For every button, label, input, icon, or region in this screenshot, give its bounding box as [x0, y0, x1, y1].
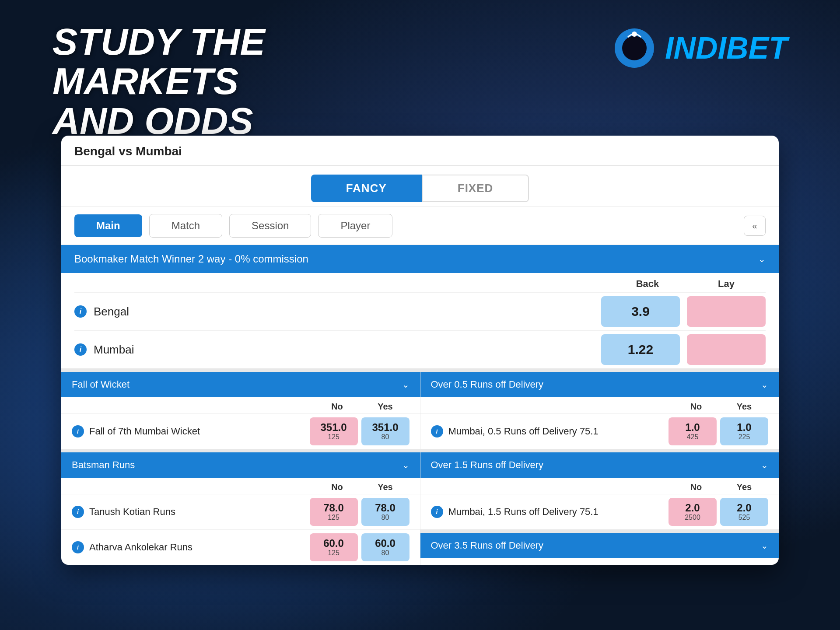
svg-point-2 [632, 32, 637, 37]
o15-yes-main-1: 2.0 [737, 502, 751, 514]
subtab-match-button[interactable]: Match [149, 214, 222, 238]
fall-of-wicket-chevron: ⌄ [402, 379, 410, 390]
batsman-runs-col-headers: No Yes [61, 478, 420, 494]
o15-no-label: No [672, 482, 720, 492]
info-icon-bengal: i [74, 305, 87, 318]
over05-label: Over 0.5 Runs off Delivery [431, 379, 544, 390]
br-yes-sub-2: 80 [382, 549, 389, 557]
br-info-icon-1: i [72, 506, 84, 518]
over15-col-headers: No Yes [420, 478, 779, 494]
lay-label: Lay [687, 278, 766, 290]
subtab-main-button[interactable]: Main [74, 214, 142, 237]
over05-col-headers: No Yes [420, 397, 779, 413]
mumbai-name: Mumbai [94, 343, 601, 357]
card-header: Bengal vs Mumbai [61, 136, 779, 166]
tab-fancy-button[interactable]: FANCY [311, 175, 422, 202]
o05-yes-button-1[interactable]: 1.0 225 [720, 417, 768, 445]
logo-text: INDIBET [665, 31, 788, 66]
br-no-button-2[interactable]: 60.0 125 [310, 533, 358, 561]
bengal-back-button[interactable]: 3.9 [601, 296, 680, 327]
o05-yes-main-1: 1.0 [737, 422, 751, 433]
over15-header[interactable]: Over 1.5 Runs off Delivery ⌄ [420, 452, 779, 478]
over15-label: Over 1.5 Runs off Delivery [431, 459, 544, 471]
batsman-runs-label: Batsman Runs [72, 459, 135, 471]
o15-no-button-1[interactable]: 2.0 2500 [668, 498, 717, 526]
main-card: Bengal vs Mumbai FANCY FIXED Main Match … [61, 136, 779, 565]
o15-no-sub-1: 2500 [685, 514, 700, 522]
fow-info-icon: i [72, 425, 84, 438]
over05-chevron: ⌄ [761, 379, 768, 390]
fall-of-wicket-header[interactable]: Fall of Wicket ⌄ [61, 372, 420, 397]
over35-label: Over 3.5 Runs off Delivery [431, 540, 544, 551]
svg-point-1 [622, 36, 647, 60]
headline: STUDY THE MARKETS AND ODDS [52, 22, 315, 140]
back-label: Back [608, 278, 687, 290]
tab-fixed-button[interactable]: FIXED [422, 175, 529, 202]
bookmaker-chevron: ⌄ [758, 254, 766, 264]
header: STUDY THE MARKETS AND ODDS INDIBET [0, 0, 840, 140]
bengal-lay-button[interactable] [687, 296, 766, 327]
bottom-sections: Fall of Wicket ⌄ No Yes i Fall of 7th Mu… [61, 368, 779, 565]
br-yes-sub-1: 80 [382, 514, 389, 522]
br-info-icon-2: i [72, 541, 84, 553]
br-yes-button-2[interactable]: 60.0 80 [361, 533, 410, 561]
over15-chevron: ⌄ [761, 460, 768, 470]
subtab-player-button[interactable]: Player [318, 214, 392, 238]
o05-no-main-1: 1.0 [685, 422, 700, 433]
bengal-name: Bengal [94, 305, 601, 318]
bookmaker-section-header[interactable]: Bookmaker Match Winner 2 way - 0% commis… [61, 245, 779, 273]
o15-info-icon: i [431, 506, 443, 518]
match-title: Bengal vs Mumbai [74, 144, 182, 158]
br-no-main-2: 60.0 [323, 538, 344, 549]
br-yes-main-1: 78.0 [375, 502, 396, 514]
br-no-button-1[interactable]: 78.0 125 [310, 498, 358, 526]
br-row-1-name: Tanush Kotian Runs [89, 506, 310, 518]
bottom-col-left: Fall of Wicket ⌄ No Yes i Fall of 7th Mu… [61, 368, 420, 565]
subtab-session-button[interactable]: Session [229, 214, 311, 238]
over35-chevron: ⌄ [761, 540, 768, 551]
o15-row-1: i Mumbai, 1.5 Runs off Delivery 75.1 2.0… [420, 494, 779, 529]
fow-row-1: i Fall of 7th Mumbai Wicket 351.0 125 35… [61, 413, 420, 449]
fow-yes-sub-1: 80 [382, 433, 389, 441]
mumbai-lay-button[interactable] [687, 334, 766, 365]
br-row-2: i Atharva Ankolekar Runs 60.0 125 60.0 8… [61, 529, 420, 565]
o15-yes-button-1[interactable]: 2.0 525 [720, 498, 768, 526]
br-no-main-1: 78.0 [323, 502, 344, 514]
fall-of-wicket-col-headers: No Yes [61, 397, 420, 413]
fow-yes-label: Yes [361, 402, 410, 412]
over35-header[interactable]: Over 3.5 Runs off Delivery ⌄ [420, 533, 779, 558]
logo-indi: INDI [665, 31, 726, 65]
bookmaker-label: Bookmaker Match Winner 2 way - 0% commis… [74, 253, 308, 265]
o15-yes-sub-1: 525 [738, 514, 750, 522]
batsman-runs-chevron: ⌄ [402, 460, 410, 470]
o15-row-1-name: Mumbai, 1.5 Runs off Delivery 75.1 [448, 506, 669, 518]
o05-no-sub-1: 425 [687, 433, 699, 441]
br-yes-label: Yes [361, 482, 410, 492]
fow-no-main-1: 351.0 [320, 422, 346, 433]
subtab-more-button[interactable]: « [744, 216, 766, 236]
fow-no-label: No [313, 402, 361, 412]
over35-section: Over 3.5 Runs off Delivery ⌄ [420, 529, 779, 558]
tabs-row: FANCY FIXED [61, 166, 779, 207]
batsman-runs-header[interactable]: Batsman Runs ⌄ [61, 452, 420, 478]
o05-no-button-1[interactable]: 1.0 425 [668, 417, 717, 445]
fow-row-1-name: Fall of 7th Mumbai Wicket [89, 426, 310, 437]
subtabs-row: Main Match Session Player « [61, 207, 779, 245]
br-yes-button-1[interactable]: 78.0 80 [361, 498, 410, 526]
fow-no-button-1[interactable]: 351.0 125 [310, 417, 358, 445]
o05-row-1: i Mumbai, 0.5 Runs off Delivery 75.1 1.0… [420, 413, 779, 449]
logo-icon [612, 26, 656, 70]
fow-yes-button-1[interactable]: 351.0 80 [361, 417, 410, 445]
logo-bet: BET [726, 31, 788, 65]
over05-header[interactable]: Over 0.5 Runs off Delivery ⌄ [420, 372, 779, 397]
fall-of-wicket-label: Fall of Wicket [72, 379, 130, 390]
br-no-sub-2: 125 [328, 549, 340, 557]
o05-row-1-name: Mumbai, 0.5 Runs off Delivery 75.1 [448, 426, 669, 437]
o15-yes-label: Yes [720, 482, 768, 492]
fall-of-wicket-section: Fall of Wicket ⌄ No Yes i Fall of 7th Mu… [61, 368, 420, 449]
fow-no-sub-1: 125 [328, 433, 340, 441]
odds-col-headers: Back Lay [74, 273, 766, 292]
mumbai-back-button[interactable]: 1.22 [601, 334, 680, 365]
o05-info-icon: i [431, 425, 443, 438]
mumbai-row: i Mumbai 1.22 [74, 330, 766, 368]
